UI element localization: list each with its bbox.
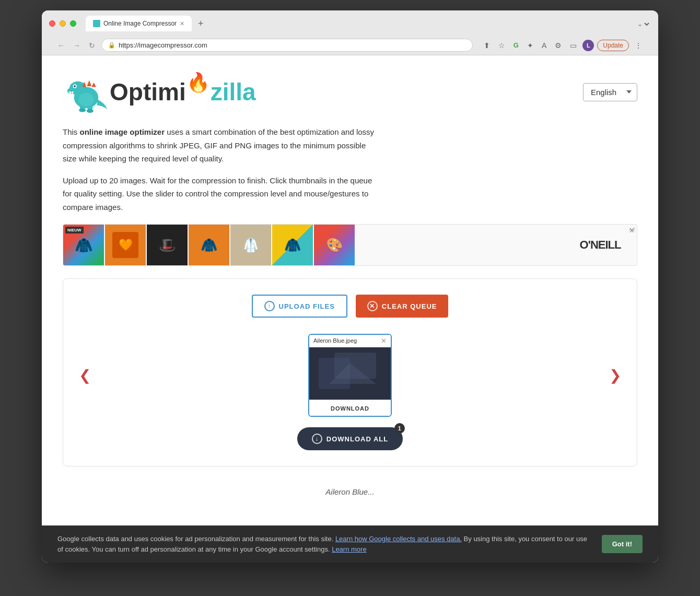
- logo-text: Optimi 🔥 zilla: [110, 80, 256, 104]
- active-tab[interactable]: Online Image Compressor ✕: [86, 16, 192, 31]
- queue-item-download-button[interactable]: DOWNLOAD: [331, 405, 369, 412]
- minimize-window-button[interactable]: [60, 20, 66, 27]
- clear-x-circle-icon: ✕: [367, 301, 378, 311]
- fire-icon: 🔥: [186, 73, 210, 92]
- download-count-badge: 1: [394, 423, 405, 434]
- svg-point-4: [74, 85, 76, 87]
- puzzle-icon[interactable]: ⚙: [552, 40, 564, 51]
- download-all-label: DOWNLOAD ALL: [326, 435, 388, 443]
- queue-item-filename: Aileron Blue.jpeg: [313, 337, 357, 344]
- svg-marker-9: [87, 80, 91, 86]
- ad-product-2-inner: 🧡: [112, 232, 138, 258]
- tab-close-icon[interactable]: ✕: [180, 20, 184, 27]
- upload-box: ↑ UPLOAD FILES ✕ CLEAR QUEUE ❮: [63, 278, 637, 466]
- svg-point-13: [79, 108, 86, 112]
- ad-product-3[interactable]: 🎩: [147, 225, 188, 265]
- logo-area: Optimi 🔥 zilla: [63, 71, 256, 113]
- ad-product-1[interactable]: NIEUW 🧥: [63, 225, 104, 265]
- cookie-main-text: Google collects data and uses cookies fo…: [57, 535, 333, 543]
- desc-prefix: This: [63, 127, 80, 136]
- download-all-row: ↓ DOWNLOAD ALL 1: [74, 427, 626, 450]
- ad-products: NIEUW 🧥 🧡 🎩 🧥: [63, 225, 564, 265]
- forward-button[interactable]: →: [71, 40, 83, 51]
- cookie-learn-link[interactable]: Learn how Google collects and uses data.: [335, 535, 462, 543]
- chevron-right-icon: ❯: [609, 367, 621, 383]
- browser-actions: ⬆ ☆ G ✦ A ⚙ ▭ L Update ⋮: [481, 40, 645, 51]
- sparkle-icon[interactable]: ✦: [524, 40, 536, 51]
- cookie-learn-more-link[interactable]: Learn more: [332, 545, 366, 553]
- address-bar[interactable]: 🔒 https://imagecompressor.com: [101, 39, 473, 52]
- got-it-button[interactable]: Got it!: [602, 535, 643, 553]
- queue-items: Aileron Blue.jpeg ✕ -46%: [101, 334, 599, 417]
- ad-brand-area[interactable]: O'NEILL: [564, 233, 637, 257]
- svg-point-16: [78, 92, 94, 106]
- partial-filename: Aileron Blue...: [325, 487, 374, 496]
- cookie-banner: Google collects data and uses cookies fo…: [42, 525, 658, 563]
- nieuw-badge: NIEUW: [65, 227, 84, 233]
- upload-files-label: UPLOAD FILES: [279, 302, 335, 310]
- grammarly-icon[interactable]: G: [511, 40, 521, 51]
- queue-item[interactable]: Aileron Blue.jpeg ✕ -46%: [308, 334, 392, 417]
- split-view-icon[interactable]: ▭: [567, 40, 579, 51]
- profile-icon[interactable]: L: [582, 40, 594, 51]
- ad-brand-text: O'NEILL: [580, 238, 621, 252]
- chevron-left-icon: ❮: [79, 367, 91, 383]
- svg-point-5: [75, 86, 75, 86]
- upload-instructions: Upload up to 20 images. Wait for the com…: [63, 174, 376, 214]
- url-text: https://imagecompressor.com: [119, 41, 207, 49]
- download-all-button[interactable]: ↓ DOWNLOAD ALL 1: [297, 427, 403, 450]
- queue-area: ❮ Aileron Blue.jpeg ✕: [74, 333, 626, 417]
- translate-icon[interactable]: A: [539, 40, 549, 51]
- maximize-window-button[interactable]: [70, 20, 76, 27]
- header-row: Optimi 🔥 zilla English Español Français …: [63, 71, 637, 113]
- ad-product-6[interactable]: 🧥: [272, 225, 313, 265]
- queue-prev-button[interactable]: ❮: [74, 361, 96, 389]
- close-window-button[interactable]: [49, 20, 55, 27]
- queue-item-close-icon[interactable]: ✕: [381, 337, 387, 345]
- description-paragraph: This online image optimizer uses a smart…: [63, 125, 376, 166]
- upload-circle-arrow-icon: ↑: [264, 301, 275, 311]
- partial-next-title: Aileron Blue...: [63, 482, 637, 501]
- ad-close-icon[interactable]: ✕: [629, 227, 635, 235]
- new-tab-button[interactable]: +: [194, 16, 208, 31]
- cookie-text: Google collects data and uses cookies fo…: [57, 534, 593, 554]
- language-select[interactable]: English Español Français Deutsch 中文: [583, 83, 637, 101]
- reload-button[interactable]: ↻: [87, 40, 97, 51]
- clear-queue-label: CLEAR QUEUE: [382, 302, 437, 310]
- desc-bold: online image optimizer: [80, 127, 165, 136]
- ad-product-5[interactable]: 🥼: [230, 225, 271, 265]
- svg-rect-6: [69, 91, 71, 94]
- queue-next-button[interactable]: ❯: [604, 361, 626, 389]
- queue-item-header: Aileron Blue.jpeg ✕: [309, 335, 391, 347]
- address-bar-row: ← → ↻ 🔒 https://imagecompressor.com ⬆ ☆ …: [49, 36, 651, 55]
- clear-queue-button[interactable]: ✕ CLEAR QUEUE: [356, 295, 449, 318]
- ad-product-7[interactable]: 🎨: [314, 225, 355, 265]
- logo-dino-icon: [63, 71, 110, 113]
- bookmark-icon[interactable]: ☆: [496, 40, 508, 51]
- window-size-select[interactable]: ⌄: [635, 20, 651, 28]
- svg-point-14: [87, 109, 94, 113]
- menu-button[interactable]: ⋮: [632, 40, 645, 51]
- browser-window: Online Image Compressor ✕ + ⌄ ← → ↻ 🔒 ht…: [42, 10, 658, 563]
- button-row: ↑ UPLOAD FILES ✕ CLEAR QUEUE: [74, 295, 626, 318]
- svg-rect-7: [72, 91, 73, 94]
- share-icon[interactable]: ⬆: [481, 40, 493, 51]
- browser-titlebar: Online Image Compressor ✕ + ⌄ ← → ↻ 🔒 ht…: [42, 10, 658, 55]
- tab-favicon-icon: [93, 20, 100, 27]
- logo-zilla-text: zilla: [211, 80, 256, 104]
- download-circle-icon: ↓: [312, 434, 322, 444]
- upload-files-button[interactable]: ↑ UPLOAD FILES: [252, 295, 347, 318]
- tab-title: Online Image Compressor: [103, 20, 177, 27]
- lock-icon: 🔒: [108, 42, 115, 49]
- page-content: Optimi 🔥 zilla English Español Français …: [42, 55, 658, 525]
- queue-item-footer: DOWNLOAD: [309, 400, 391, 416]
- queue-item-preview: -46%: [309, 347, 391, 400]
- ad-banner: NIEUW 🧥 🧡 🎩 🧥: [63, 224, 637, 266]
- ad-product-2[interactable]: 🧡: [105, 225, 146, 265]
- ad-product-4[interactable]: 🧥: [189, 225, 229, 265]
- svg-marker-10: [91, 83, 96, 87]
- update-button[interactable]: Update: [597, 40, 629, 51]
- back-button[interactable]: ←: [55, 40, 67, 51]
- logo-optimi-text: Optimi: [110, 80, 186, 104]
